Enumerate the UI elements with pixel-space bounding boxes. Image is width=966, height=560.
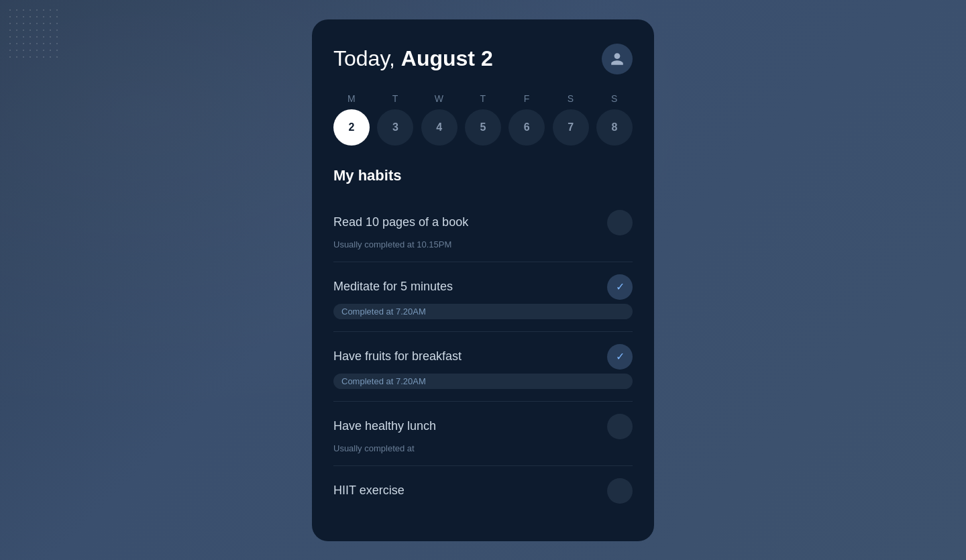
- day-3[interactable]: 3: [377, 109, 413, 146]
- habit-row: Have healthy lunch: [333, 414, 633, 439]
- habit-item-lunch: Have healthy lunch Usually completed at: [333, 402, 633, 466]
- habit-toggle-read-book[interactable]: [607, 210, 633, 235]
- day-label-m: M: [333, 93, 370, 104]
- habit-status-meditate: Completed at 7.20AM: [333, 304, 633, 319]
- day-label-t2: T: [465, 93, 501, 104]
- day-8[interactable]: 8: [596, 109, 633, 146]
- habit-item-read-book: Read 10 pages of a book Usually complete…: [333, 198, 633, 262]
- habit-toggle-breakfast[interactable]: ✓: [607, 344, 633, 370]
- app-card: Today, August 2 M T W T F S S 2 3 4 5 6 …: [312, 19, 654, 541]
- week-calendar: M T W T F S S 2 3 4 5 6 7 8: [333, 93, 633, 146]
- day-2[interactable]: 2: [333, 109, 370, 146]
- habits-list: Read 10 pages of a book Usually complete…: [333, 198, 633, 520]
- avatar-button[interactable]: [602, 44, 633, 74]
- habit-row: Read 10 pages of a book: [333, 210, 633, 235]
- habit-item-hiit: HIIT exercise: [333, 466, 633, 520]
- day-label-w: W: [421, 93, 458, 104]
- habit-item-meditate: Meditate for 5 minutes ✓ Completed at 7.…: [333, 262, 633, 332]
- day-label-s1: S: [553, 93, 589, 104]
- habit-row: Meditate for 5 minutes ✓: [333, 274, 633, 300]
- habit-name-read-book: Read 10 pages of a book: [333, 215, 468, 229]
- habit-name-breakfast: Have fruits for breakfast: [333, 349, 462, 363]
- day-label-s2: S: [596, 93, 633, 104]
- habit-row: Have fruits for breakfast ✓: [333, 344, 633, 370]
- checkmark-icon: ✓: [616, 350, 625, 363]
- day-4[interactable]: 4: [421, 109, 458, 146]
- user-icon: [610, 52, 625, 66]
- dots-decoration: [7, 7, 60, 60]
- page-title: Today, August 2: [333, 46, 493, 71]
- habit-status-lunch: Usually completed at: [333, 443, 633, 453]
- week-days-numbers: 2 3 4 5 6 7 8: [333, 109, 633, 146]
- habit-name-meditate: Meditate for 5 minutes: [333, 280, 453, 294]
- day-7[interactable]: 7: [553, 109, 589, 146]
- day-label-t1: T: [377, 93, 413, 104]
- habit-name-lunch: Have healthy lunch: [333, 419, 436, 433]
- day-label-f: F: [508, 93, 545, 104]
- habit-row: HIIT exercise: [333, 478, 633, 504]
- week-days-labels: M T W T F S S: [333, 93, 633, 104]
- section-title: My habits: [333, 167, 633, 184]
- habit-toggle-lunch[interactable]: [607, 414, 633, 439]
- day-5[interactable]: 5: [465, 109, 501, 146]
- habit-status-breakfast: Completed at 7.20AM: [333, 374, 633, 389]
- habit-toggle-hiit[interactable]: [607, 478, 633, 504]
- habit-toggle-meditate[interactable]: ✓: [607, 274, 633, 300]
- habit-status-read-book: Usually completed at 10.15PM: [333, 239, 633, 249]
- header: Today, August 2: [333, 44, 633, 74]
- day-6[interactable]: 6: [508, 109, 545, 146]
- checkmark-icon: ✓: [616, 280, 625, 293]
- habit-name-hiit: HIIT exercise: [333, 484, 405, 498]
- habit-item-breakfast: Have fruits for breakfast ✓ Completed at…: [333, 332, 633, 402]
